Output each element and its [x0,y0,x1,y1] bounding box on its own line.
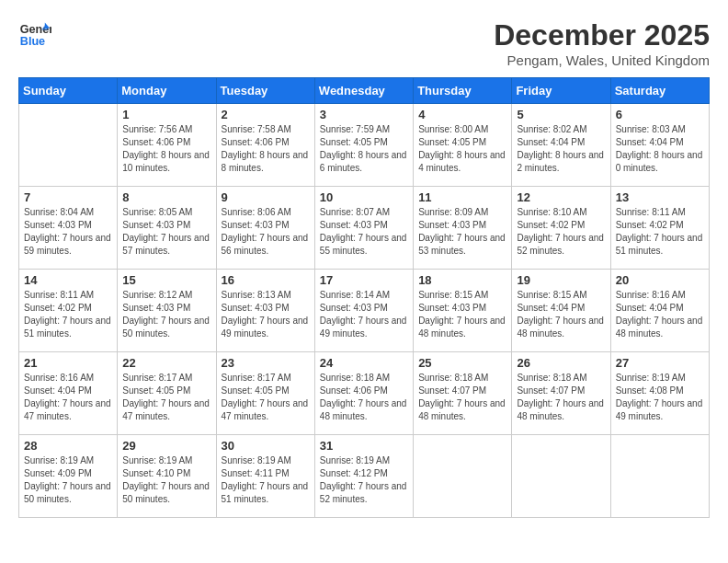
col-tuesday: Tuesday [216,78,314,104]
col-monday: Monday [118,78,216,104]
day-info: Sunrise: 8:00 AMSunset: 4:05 PMDaylight:… [418,123,506,175]
day-info: Sunrise: 8:04 AMSunset: 4:03 PMDaylight:… [24,206,112,258]
calendar-cell: 5Sunrise: 8:02 AMSunset: 4:04 PMDaylight… [512,104,610,187]
calendar-cell: 12Sunrise: 8:10 AMSunset: 4:02 PMDayligh… [512,187,610,270]
col-saturday: Saturday [610,78,709,104]
calendar-cell: 28Sunrise: 8:19 AMSunset: 4:09 PMDayligh… [19,435,118,518]
week-row-2: 7Sunrise: 8:04 AMSunset: 4:03 PMDaylight… [19,187,710,270]
day-info: Sunrise: 7:58 AMSunset: 4:06 PMDaylight:… [222,123,310,175]
calendar-cell: 29Sunrise: 8:19 AMSunset: 4:10 PMDayligh… [118,435,216,518]
day-number: 8 [122,190,210,204]
col-thursday: Thursday [414,78,512,104]
day-info: Sunrise: 8:18 AMSunset: 4:06 PMDaylight:… [320,372,408,423]
day-number: 17 [320,273,408,287]
calendar-cell: 15Sunrise: 8:12 AMSunset: 4:03 PMDayligh… [118,270,216,352]
calendar-cell: 17Sunrise: 8:14 AMSunset: 4:03 PMDayligh… [314,270,413,352]
day-info: Sunrise: 8:09 AMSunset: 4:03 PMDaylight:… [418,206,506,258]
day-number: 7 [24,190,112,204]
day-info: Sunrise: 7:59 AMSunset: 4:05 PMDaylight:… [320,123,408,175]
calendar-cell [610,435,709,518]
day-info: Sunrise: 8:13 AMSunset: 4:03 PMDaylight:… [222,289,310,340]
day-number: 24 [320,356,408,370]
day-info: Sunrise: 8:12 AMSunset: 4:03 PMDaylight:… [122,289,210,340]
day-info: Sunrise: 8:10 AMSunset: 4:02 PMDaylight:… [517,206,605,258]
day-number: 6 [616,108,704,121]
day-number: 9 [222,190,310,204]
day-number: 12 [517,190,605,204]
day-number: 29 [122,439,210,453]
calendar-cell: 7Sunrise: 8:04 AMSunset: 4:03 PMDaylight… [19,187,118,270]
logo-icon: General Blue [18,18,51,52]
calendar-cell: 23Sunrise: 8:17 AMSunset: 4:05 PMDayligh… [216,352,314,435]
day-number: 14 [24,273,112,287]
week-row-5: 28Sunrise: 8:19 AMSunset: 4:09 PMDayligh… [19,435,710,518]
day-info: Sunrise: 8:19 AMSunset: 4:11 PMDaylight:… [222,454,310,506]
calendar-cell: 1Sunrise: 7:56 AMSunset: 4:06 PMDaylight… [118,104,216,187]
calendar-cell: 25Sunrise: 8:18 AMSunset: 4:07 PMDayligh… [414,352,512,435]
day-info: Sunrise: 8:03 AMSunset: 4:04 PMDaylight:… [616,123,704,175]
location-subtitle: Pengam, Wales, United Kingdom [494,52,710,68]
day-info: Sunrise: 8:19 AMSunset: 4:08 PMDaylight:… [616,372,704,423]
calendar-cell: 13Sunrise: 8:11 AMSunset: 4:02 PMDayligh… [610,187,709,270]
svg-text:Blue: Blue [20,35,45,48]
day-info: Sunrise: 8:16 AMSunset: 4:04 PMDaylight:… [616,289,704,340]
calendar-cell: 20Sunrise: 8:16 AMSunset: 4:04 PMDayligh… [610,270,709,352]
day-info: Sunrise: 8:17 AMSunset: 4:05 PMDaylight:… [222,372,310,423]
day-number: 1 [122,108,210,121]
calendar-cell: 2Sunrise: 7:58 AMSunset: 4:06 PMDaylight… [216,104,314,187]
day-info: Sunrise: 8:05 AMSunset: 4:03 PMDaylight:… [122,206,210,258]
calendar-cell: 22Sunrise: 8:17 AMSunset: 4:05 PMDayligh… [118,352,216,435]
calendar-cell: 9Sunrise: 8:06 AMSunset: 4:03 PMDaylight… [216,187,314,270]
day-number: 23 [222,356,310,370]
calendar-cell: 14Sunrise: 8:11 AMSunset: 4:02 PMDayligh… [19,270,118,352]
calendar-cell: 24Sunrise: 8:18 AMSunset: 4:06 PMDayligh… [314,352,413,435]
day-number: 13 [616,190,704,204]
day-info: Sunrise: 8:15 AMSunset: 4:04 PMDaylight:… [517,289,605,340]
day-info: Sunrise: 8:14 AMSunset: 4:03 PMDaylight:… [320,289,408,340]
col-friday: Friday [512,78,610,104]
day-number: 28 [24,439,112,453]
day-info: Sunrise: 8:15 AMSunset: 4:03 PMDaylight:… [418,289,506,340]
day-info: Sunrise: 7:56 AMSunset: 4:06 PMDaylight:… [122,123,210,175]
logo: General Blue [18,18,51,52]
calendar-cell: 6Sunrise: 8:03 AMSunset: 4:04 PMDaylight… [610,104,709,187]
calendar-cell: 31Sunrise: 8:19 AMSunset: 4:12 PMDayligh… [314,435,413,518]
calendar-table: Sunday Monday Tuesday Wednesday Thursday… [18,77,710,518]
week-row-1: 1Sunrise: 7:56 AMSunset: 4:06 PMDaylight… [19,104,710,187]
day-info: Sunrise: 8:02 AMSunset: 4:04 PMDaylight:… [517,123,605,175]
day-number: 18 [418,273,506,287]
calendar-cell: 16Sunrise: 8:13 AMSunset: 4:03 PMDayligh… [216,270,314,352]
day-number: 31 [320,439,408,453]
day-number: 19 [517,273,605,287]
day-number: 5 [517,108,605,121]
calendar-cell: 18Sunrise: 8:15 AMSunset: 4:03 PMDayligh… [414,270,512,352]
title-section: December 2025 Pengam, Wales, United King… [494,18,710,68]
day-info: Sunrise: 8:19 AMSunset: 4:12 PMDaylight:… [320,454,408,506]
day-info: Sunrise: 8:17 AMSunset: 4:05 PMDaylight:… [122,372,210,423]
day-info: Sunrise: 8:07 AMSunset: 4:03 PMDaylight:… [320,206,408,258]
calendar-cell: 27Sunrise: 8:19 AMSunset: 4:08 PMDayligh… [610,352,709,435]
calendar-cell: 30Sunrise: 8:19 AMSunset: 4:11 PMDayligh… [216,435,314,518]
week-row-3: 14Sunrise: 8:11 AMSunset: 4:02 PMDayligh… [19,270,710,352]
col-wednesday: Wednesday [314,78,413,104]
calendar-cell: 21Sunrise: 8:16 AMSunset: 4:04 PMDayligh… [19,352,118,435]
calendar-cell: 10Sunrise: 8:07 AMSunset: 4:03 PMDayligh… [314,187,413,270]
day-number: 20 [616,273,704,287]
calendar-header-row: Sunday Monday Tuesday Wednesday Thursday… [19,78,710,104]
day-info: Sunrise: 8:06 AMSunset: 4:03 PMDaylight:… [222,206,310,258]
week-row-4: 21Sunrise: 8:16 AMSunset: 4:04 PMDayligh… [19,352,710,435]
calendar-cell: 4Sunrise: 8:00 AMSunset: 4:05 PMDaylight… [414,104,512,187]
day-info: Sunrise: 8:19 AMSunset: 4:10 PMDaylight:… [122,454,210,506]
day-info: Sunrise: 8:16 AMSunset: 4:04 PMDaylight:… [24,372,112,423]
day-number: 10 [320,190,408,204]
day-info: Sunrise: 8:18 AMSunset: 4:07 PMDaylight:… [517,372,605,423]
day-info: Sunrise: 8:18 AMSunset: 4:07 PMDaylight:… [418,372,506,423]
day-info: Sunrise: 8:11 AMSunset: 4:02 PMDaylight:… [24,289,112,340]
calendar-cell [512,435,610,518]
day-number: 25 [418,356,506,370]
day-number: 16 [222,273,310,287]
day-number: 4 [418,108,506,121]
col-sunday: Sunday [19,78,118,104]
day-number: 30 [222,439,310,453]
day-number: 2 [222,108,310,121]
